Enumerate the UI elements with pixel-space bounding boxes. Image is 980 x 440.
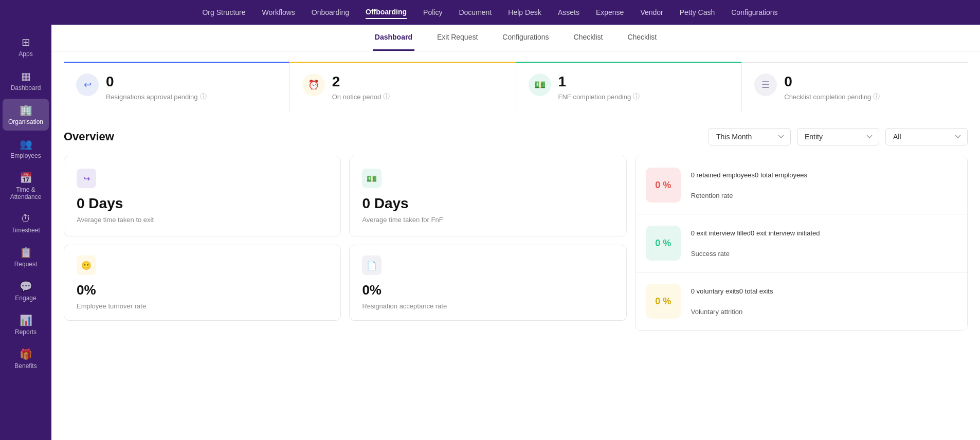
tab-dashboard[interactable]: Dashboard (373, 25, 414, 51)
request-icon: 📋 (20, 246, 32, 259)
nav-policy[interactable]: Policy (423, 6, 442, 19)
notice-info-icon[interactable]: ⓘ (383, 92, 390, 101)
sidebar: ⊞ Apps ▦ Dashboard 🏢 Organisation 👥 Empl… (0, 25, 51, 440)
checklist-label: Checklist completion pending ⓘ (784, 92, 880, 101)
tab-checklist-2[interactable]: Checklist (625, 25, 659, 51)
sidebar-item-engage[interactable]: 💬 Engage (3, 275, 49, 307)
voluntary-attrition-title: Voluntary attrition (691, 308, 742, 316)
fnf-value: 1 (558, 74, 640, 90)
time-attendance-icon: 📅 (20, 172, 32, 184)
checklist-icon: ☰ (754, 74, 777, 96)
sidebar-item-dashboard[interactable]: ▦ Dashboard (3, 65, 49, 97)
stat-cards-row: ↩ 0 Resignations approval pending ⓘ ⏰ 2 … (51, 51, 980, 120)
success-rate-title: Success rate (691, 250, 730, 258)
nav-org-structure[interactable]: Org Structure (202, 6, 245, 19)
sidebar-engage-label: Engage (15, 295, 36, 302)
sidebar-time-attendance-label: Time & Attendance (5, 186, 47, 200)
resignations-value: 0 (106, 74, 207, 90)
avg-exit-icon: ↪ (77, 169, 96, 188)
sidebar-reports-label: Reports (15, 328, 37, 336)
nav-vendor[interactable]: Vendor (640, 6, 663, 19)
resignation-acceptance-value: 0% (362, 282, 613, 298)
sidebar-item-benefits[interactable]: 🎁 Benefits (3, 343, 49, 375)
retention-stats: 0 retained employees 0 total employees (691, 171, 807, 179)
sidebar-request-label: Request (14, 261, 38, 268)
all-filter[interactable]: All Active Inactive (885, 128, 968, 145)
notice-value: 2 (332, 74, 390, 90)
sidebar-item-apps[interactable]: ⊞ Apps (3, 31, 49, 63)
turnover-value: 0% (77, 282, 328, 298)
employees-icon: 👥 (20, 138, 32, 150)
sidebar-item-reports[interactable]: 📊 Reports (3, 309, 49, 341)
stat-card-fnf: 💵 1 FNF completion pending ⓘ (516, 62, 742, 112)
sidebar-item-time-attendance[interactable]: 📅 Time & Attendance (3, 167, 49, 206)
nav-configurations[interactable]: Configurations (731, 6, 777, 19)
notice-icon: ⏰ (302, 74, 325, 96)
tab-configurations[interactable]: Configurations (500, 25, 551, 51)
tab-exit-request[interactable]: Exit Request (435, 25, 480, 51)
sidebar-organisation-label: Organisation (8, 118, 43, 125)
sidebar-timesheet-label: Timesheet (11, 227, 40, 234)
sidebar-item-timesheet[interactable]: ⏱ Timesheet (3, 208, 49, 239)
dashboard-icon: ▦ (21, 70, 31, 82)
overview-filters: This Month Last Month This Quarter This … (709, 128, 968, 145)
turnover-icon: 😐 (77, 255, 96, 275)
nav-document[interactable]: Document (459, 6, 492, 19)
engage-icon: 💬 (20, 280, 32, 292)
success-rate-circle: 0 % (646, 226, 681, 261)
avg-exit-value: 0 Days (77, 195, 328, 212)
resignation-acceptance-label: Resignation acceptance rate (362, 302, 613, 310)
benefits-icon: 🎁 (20, 348, 32, 360)
resignations-label: Resignations approval pending ⓘ (106, 92, 207, 101)
overview-title: Overview (64, 130, 114, 143)
period-filter[interactable]: This Month Last Month This Quarter This … (709, 128, 791, 145)
retention-rate-circle: 0 % (646, 168, 681, 203)
avg-fnf-label: Average time taken for FnF (362, 216, 613, 224)
avg-fnf-icon: 💵 (362, 169, 382, 188)
tab-checklist-1[interactable]: Checklist (572, 25, 605, 51)
resignations-info-icon[interactable]: ⓘ (200, 92, 207, 101)
avg-exit-card: ↪ 0 Days Average time taken to exit (64, 156, 341, 236)
timesheet-icon: ⏱ (21, 213, 31, 225)
stat-card-resignations: ↩ 0 Resignations approval pending ⓘ (64, 62, 289, 112)
entity-filter[interactable]: Entity All Entities (797, 128, 879, 145)
sidebar-item-request[interactable]: 📋 Request (3, 241, 49, 273)
avg-fnf-card: 💵 0 Days Average time taken for FnF (349, 156, 626, 236)
sidebar-apps-label: Apps (19, 50, 32, 58)
notice-label: On notice period ⓘ (332, 92, 390, 101)
checklist-value: 0 (784, 74, 880, 90)
voluntary-stats: 0 voluntary exits 0 total exits (691, 287, 773, 295)
sidebar-benefits-label: Benefits (14, 362, 37, 370)
avg-exit-label: Average time taken to exit (77, 216, 328, 224)
resignation-acceptance-card: 📄 0% Resignation acceptance rate (349, 245, 626, 321)
success-stats: 0 exit interview filled 0 exit interview… (691, 229, 820, 237)
retention-rate-title: Retention rate (691, 192, 733, 199)
nav-help-desk[interactable]: Help Desk (508, 6, 541, 19)
mid-column: 💵 0 Days Average time taken for FnF 📄 0%… (349, 156, 626, 331)
stat-card-checklist: ☰ 0 Checklist completion pending ⓘ (741, 62, 968, 112)
overview-header: Overview This Month Last Month This Quar… (64, 128, 968, 145)
nav-offboarding[interactable]: Offboarding (366, 6, 407, 19)
overview-grid: ↪ 0 Days Average time taken to exit 😐 0%… (64, 156, 968, 331)
fnf-label: FNF completion pending ⓘ (558, 92, 640, 101)
nav-petty-cash[interactable]: Petty Cash (680, 6, 715, 19)
top-nav: Org Structure Workflows Onboarding Offbo… (0, 0, 980, 25)
resignations-icon: ↩ (76, 74, 99, 96)
nav-assets[interactable]: Assets (558, 6, 579, 19)
sidebar-item-employees[interactable]: 👥 Employees (3, 133, 49, 164)
avg-fnf-value: 0 Days (362, 195, 613, 212)
sidebar-dashboard-label: Dashboard (11, 84, 41, 91)
apps-icon: ⊞ (22, 36, 30, 48)
fnf-info-icon[interactable]: ⓘ (633, 92, 640, 101)
overview-section: Overview This Month Last Month This Quar… (51, 120, 980, 440)
sidebar-item-organisation[interactable]: 🏢 Organisation (3, 99, 49, 131)
nav-workflows[interactable]: Workflows (262, 6, 295, 19)
nav-expense[interactable]: Expense (596, 6, 624, 19)
right-column: 0 % 0 retained employees 0 total employe… (635, 156, 968, 331)
reports-icon: 📊 (20, 314, 32, 326)
main-content: Dashboard Exit Request Configurations Ch… (51, 25, 980, 440)
success-rate-block: 0 % 0 exit interview filled 0 exit inter… (636, 214, 967, 272)
stat-card-notice: ⏰ 2 On notice period ⓘ (289, 62, 516, 112)
checklist-info-icon[interactable]: ⓘ (873, 92, 880, 101)
nav-onboarding[interactable]: Onboarding (312, 6, 349, 19)
